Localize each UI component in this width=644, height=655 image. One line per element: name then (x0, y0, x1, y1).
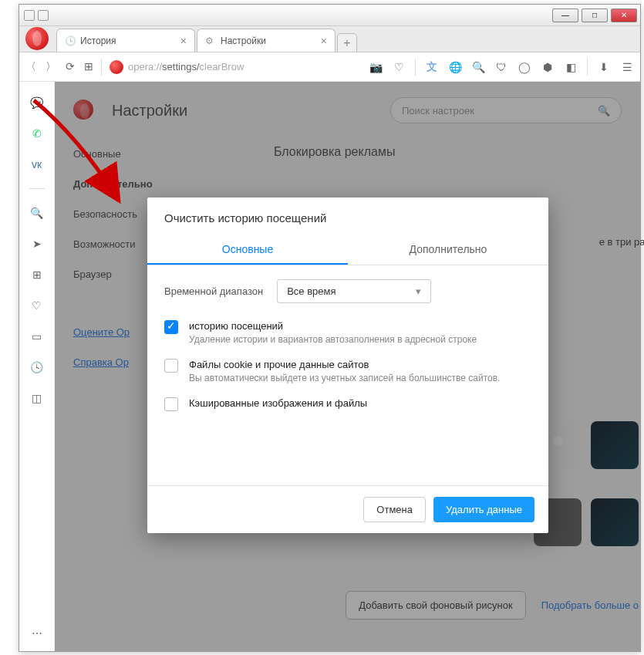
browser-sidebar: 💬 ✆ vк 🔍 ➤ ⊞ ♡ ▭ 🕓 ◫ ⋯ (19, 82, 55, 651)
browser-window: 🕓 История × ⚙ Настройки × + 〈 〉 ⟳ ⊞ oper… (19, 4, 641, 652)
tab-basic[interactable]: Основные (147, 235, 348, 265)
address-text: opera://settings/clearBrow (128, 61, 244, 73)
reload-button[interactable]: ⟳ (66, 60, 75, 74)
window-minimize-button[interactable] (552, 8, 578, 22)
tab-close-icon[interactable]: × (180, 35, 187, 47)
camera-icon[interactable]: 📷 (369, 60, 383, 74)
dialog-title: Очистить историю посещений (147, 198, 548, 235)
vpn-icon[interactable]: ⬢ (541, 60, 555, 74)
clear-history-dialog: Очистить историю посещений Основные Допо… (147, 198, 548, 533)
shield-icon[interactable]: 🛡 (494, 60, 508, 74)
option-title: Файлы cookie и прочие данные сайтов (189, 359, 500, 370)
window-close-button[interactable] (611, 8, 637, 22)
downloads-icon[interactable]: ◫ (30, 391, 44, 405)
chevron-down-icon: ▾ (416, 285, 421, 297)
dialog-tabs: Основные Дополнительно (147, 235, 548, 265)
tab-advanced[interactable]: Дополнительно (348, 235, 548, 265)
more-icon[interactable]: ⋯ (30, 626, 44, 640)
download-icon[interactable]: ⬇ (597, 60, 611, 74)
clock-icon: 🕓 (65, 35, 76, 46)
option-desc: Вы автоматически выйдете из учетных запи… (189, 373, 500, 383)
clear-data-button[interactable]: Удалить данные (433, 497, 534, 522)
easy-setup-icon[interactable]: ☰ (620, 60, 634, 74)
address-bar[interactable]: opera://settings/clearBrow (110, 60, 244, 74)
option-cookies[interactable]: Файлы cookie и прочие данные сайтов Вы а… (164, 359, 531, 383)
window-maximize-button[interactable] (582, 8, 608, 22)
search-icon[interactable]: 🔍 (30, 206, 44, 220)
option-title: историю посещений (189, 320, 477, 332)
range-label: Временной диапазон (164, 285, 263, 297)
opera-menu-button[interactable] (25, 27, 49, 50)
time-range-select[interactable]: Все время ▾ (277, 279, 431, 303)
main-area: 💬 ✆ vк 🔍 ➤ ⊞ ♡ ▭ 🕓 ◫ ⋯ Настройки Поиск н… (19, 82, 640, 651)
checkbox[interactable] (164, 397, 178, 411)
option-browsing-history[interactable]: историю посещений Удаление истории и вар… (164, 320, 531, 345)
favorites-icon[interactable]: ♡ (30, 299, 44, 312)
heart-icon[interactable]: ♡ (392, 60, 406, 74)
speed-dial-button[interactable]: ⊞ (84, 60, 93, 74)
whatsapp-icon[interactable]: ✆ (30, 127, 44, 140)
extension-icon-2[interactable]: 🔍 (471, 60, 485, 74)
cube-icon[interactable]: ◧ (564, 60, 578, 74)
nav-back-button[interactable]: 〈 (25, 60, 36, 74)
news-icon[interactable]: ▭ (30, 329, 44, 343)
checkbox[interactable] (164, 320, 178, 334)
vk-icon[interactable]: vк (30, 157, 44, 171)
page-content: Настройки Поиск настроек 🔍 Блокировка ре… (55, 82, 640, 651)
nav-forward-button[interactable]: 〉 (46, 60, 56, 74)
tab-settings[interactable]: ⚙ Настройки × (197, 29, 335, 52)
apps-icon[interactable]: ⊞ (30, 268, 44, 282)
tab-label: Настройки (221, 35, 266, 46)
opera-ext-icon[interactable]: ◯ (518, 60, 531, 74)
cancel-button[interactable]: Отмена (363, 497, 426, 522)
window-titlebar (19, 5, 640, 26)
tab-strip: 🕓 История × ⚙ Настройки × + (19, 26, 640, 52)
extension-icon[interactable]: 🌐 (448, 60, 462, 74)
toolbar: 〈 〉 ⟳ ⊞ opera://settings/clearBrow 📷 ♡ 文… (19, 52, 640, 82)
tab-close-icon[interactable]: × (321, 35, 327, 47)
tab-label: История (80, 35, 116, 46)
checkbox[interactable] (164, 359, 178, 373)
option-title: Кэшированные изображения и файлы (189, 397, 367, 409)
opera-icon (110, 60, 123, 74)
option-desc: Удаление истории и вариантов автозаполне… (189, 334, 477, 345)
translate-icon[interactable]: 文 (425, 60, 439, 74)
gear-icon: ⚙ (205, 35, 216, 46)
new-tab-button[interactable]: + (337, 33, 357, 52)
tab-history[interactable]: 🕓 История × (56, 29, 195, 52)
history-icon[interactable]: 🕓 (30, 360, 44, 374)
messenger-icon[interactable]: 💬 (30, 96, 44, 110)
option-cache[interactable]: Кэшированные изображения и файлы (164, 397, 531, 411)
send-icon[interactable]: ➤ (30, 237, 44, 251)
